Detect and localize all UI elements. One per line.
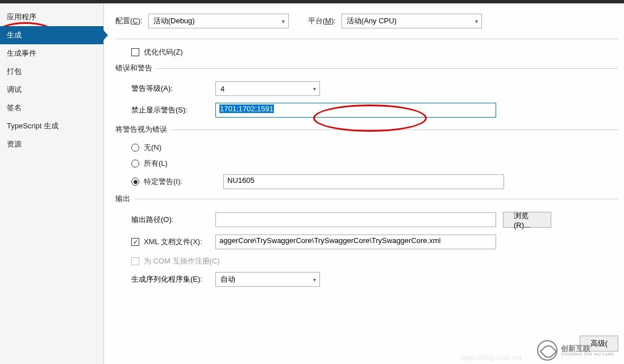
sidebar-item-build-events[interactable]: 生成事件	[0, 44, 103, 62]
com-register-label: 为 COM 互操作注册(C)	[144, 256, 220, 266]
main-panel: 配置(C): 活动(Debug) ▾ 平台(M): 活动(Any CPU) ▾ …	[104, 3, 624, 364]
platform-combo[interactable]: 活动(Any CPU) ▾	[342, 14, 482, 28]
configuration-label: 配置(C):	[115, 16, 143, 26]
sidebar-item-resources[interactable]: 资源	[0, 135, 103, 153]
warning-level-label: 警告等级(A):	[131, 83, 215, 94]
radio-none-label: 无(N)	[144, 143, 161, 153]
watermark-logo: 创新互联 CHUANG XIN HU LIAN	[537, 340, 614, 361]
output-path-label: 输出路径(O):	[131, 215, 215, 225]
sidebar-item-debug[interactable]: 调试	[0, 81, 103, 99]
radio-all-label: 所有(L)	[144, 158, 168, 169]
configuration-combo[interactable]: 活动(Debug) ▾	[148, 14, 289, 28]
sidebar-item-application[interactable]: 应用程序	[0, 8, 103, 26]
logo-icon	[537, 340, 558, 361]
radio-specific[interactable]	[131, 178, 139, 186]
optimize-code-label: 优化代码(Z)	[144, 47, 183, 57]
section-errors-warnings: 错误和警告	[115, 63, 618, 73]
browse-button[interactable]: 浏览(R)...	[503, 212, 551, 228]
com-register-checkbox	[131, 257, 139, 265]
specific-warnings-input[interactable]: NU1605	[223, 174, 504, 189]
platform-label: 平台(M):	[308, 16, 336, 26]
chevron-down-icon: ▾	[282, 18, 285, 24]
chevron-down-icon: ▾	[313, 86, 316, 92]
chevron-down-icon: ▾	[475, 18, 478, 24]
optimize-code-checkbox[interactable]	[131, 48, 139, 56]
section-output: 输出	[115, 194, 618, 204]
suppress-warnings-label: 禁止显示警告(S):	[131, 105, 215, 115]
sidebar-item-package[interactable]: 打包	[0, 62, 103, 81]
serialization-combo[interactable]: 自动 ▾	[215, 272, 320, 287]
serialization-label: 生成序列化程序集(E):	[131, 274, 215, 284]
chevron-down-icon: ▾	[313, 277, 316, 283]
warning-level-combo[interactable]: 4 ▾	[215, 81, 320, 96]
xml-doc-label: XML 文档文件(X):	[144, 237, 215, 247]
sidebar-item-typescript-build[interactable]: TypeScript 生成	[0, 117, 103, 135]
sidebar-item-signing[interactable]: 签名	[0, 99, 103, 117]
divider	[115, 39, 618, 39]
section-treat-warnings-as-errors: 将警告视为错误	[115, 124, 618, 135]
xml-doc-path-input[interactable]: aggerCore\TrySwaggerCore\TrySwaggerCore\…	[215, 235, 496, 249]
radio-all[interactable]	[131, 160, 139, 168]
radio-none[interactable]	[131, 144, 139, 152]
output-path-input[interactable]	[215, 212, 496, 227]
suppress-warnings-input[interactable]: 1701;1702;1591	[215, 103, 496, 118]
sidebar-item-build[interactable]: 生成	[0, 26, 103, 44]
radio-specific-label: 特定警告(I):	[144, 177, 219, 187]
sidebar: 应用程序 生成 生成事件 打包 调试 签名 TypeScript 生成 资源	[0, 3, 104, 364]
watermark-url: https://blog.csdn.net	[461, 354, 522, 362]
xml-doc-checkbox[interactable]: ✓	[131, 238, 139, 246]
